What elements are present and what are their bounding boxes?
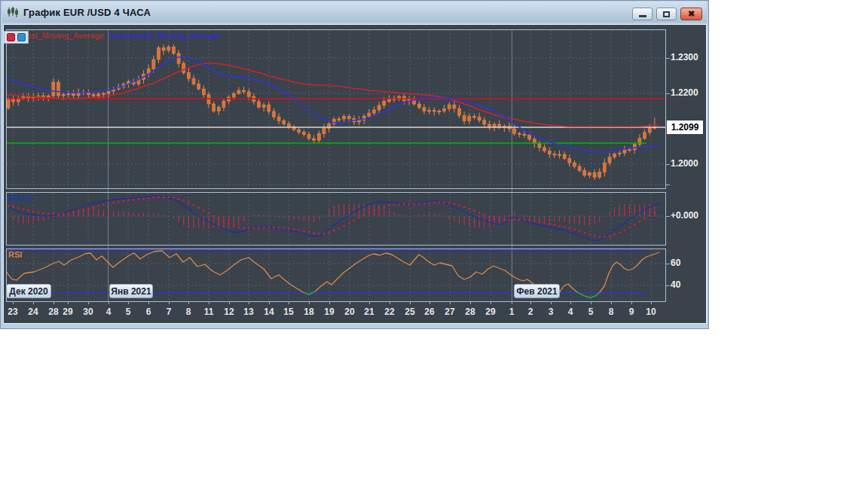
macd-zero-label: +0.000 xyxy=(671,210,698,221)
x-axis-tick xyxy=(53,301,54,304)
x-axis-label: 25 xyxy=(400,307,420,318)
indicator-mini-toolbar xyxy=(4,31,29,44)
x-axis-label: 5 xyxy=(118,307,138,318)
x-axis-tick xyxy=(512,301,512,304)
x-axis-tick xyxy=(350,301,350,304)
price-axis-tick xyxy=(666,164,670,165)
price-axis-tick xyxy=(666,58,670,59)
month-box-feb-2021[interactable]: Фев 2021 xyxy=(514,284,560,298)
window-title: График EUR /USD 4 ЧАСА xyxy=(23,7,151,18)
rsi-level-40-label: 40 xyxy=(671,279,680,290)
price-chart-canvas[interactable] xyxy=(6,29,666,189)
x-axis-label: 6 xyxy=(139,307,158,318)
window-controls: ✖ xyxy=(632,8,702,20)
x-axis-tick xyxy=(329,301,330,304)
x-axis-tick xyxy=(148,301,149,304)
x-axis-label: 29 xyxy=(58,307,78,318)
x-axis-tick xyxy=(530,301,531,304)
x-axis-label: 22 xyxy=(380,307,399,318)
x-axis-label: 30 xyxy=(78,307,98,318)
price-axis-tick xyxy=(666,285,670,286)
x-axis-label: 7 xyxy=(159,307,179,318)
macd-label: MACD xyxy=(8,194,33,203)
x-axis-tick xyxy=(108,301,109,304)
price-axis-label: 1.2200 xyxy=(671,87,698,98)
x-axis-label: 2 xyxy=(521,307,540,318)
x-axis-tick xyxy=(309,301,310,304)
price-axis-tick xyxy=(666,185,670,185)
rsi-label: RSI xyxy=(8,250,22,259)
app-icon xyxy=(7,6,19,18)
desktop: { "window": { "title": "График EUR /USD … xyxy=(0,0,868,488)
x-axis-label: 20 xyxy=(340,307,359,318)
x-axis-label: 29 xyxy=(481,307,500,318)
legend-red-ma: Exponential_Moving_Average xyxy=(27,31,121,40)
x-axis-tick xyxy=(188,301,189,304)
x-axis-tick xyxy=(13,301,14,304)
x-axis-label: 18 xyxy=(299,307,319,318)
x-axis-label: 23 xyxy=(3,307,23,318)
rsi-level-60-label: 60 xyxy=(671,258,680,268)
x-axis-label: 5 xyxy=(581,307,601,318)
rsi-chart-canvas[interactable] xyxy=(6,249,666,302)
x-axis-label: 27 xyxy=(440,307,460,318)
x-axis-tick xyxy=(591,301,591,304)
x-axis-tick xyxy=(631,301,632,304)
legend-blue-ema: Exponential_Moving_Average xyxy=(110,31,220,40)
x-axis-tick xyxy=(269,301,270,304)
x-axis-tick xyxy=(229,301,230,304)
minimize-button[interactable] xyxy=(632,8,653,20)
x-axis-tick xyxy=(289,301,289,304)
x-axis-label: 24 xyxy=(23,307,43,318)
blue-square-button[interactable] xyxy=(17,33,26,41)
close-button[interactable]: ✖ xyxy=(680,8,702,20)
month-box-dec-2020[interactable]: Дек 2020 xyxy=(6,284,51,298)
x-axis-tick xyxy=(491,301,491,304)
x-axis-tick xyxy=(651,301,652,304)
minimize-icon xyxy=(639,15,646,17)
price-axis-label: 1.2300 xyxy=(671,52,698,63)
x-axis-label: 28 xyxy=(460,307,480,318)
x-axis-tick xyxy=(470,301,471,304)
x-axis-label: 19 xyxy=(319,307,339,318)
x-axis-label: 3 xyxy=(541,307,561,318)
x-axis-tick xyxy=(249,301,249,304)
x-axis-label: 4 xyxy=(561,307,580,318)
restore-icon xyxy=(663,11,670,17)
x-axis-tick xyxy=(410,301,411,304)
x-axis-tick xyxy=(429,301,430,304)
x-axis-label: 14 xyxy=(259,307,279,318)
x-axis-tick xyxy=(169,301,170,304)
current-price-box: 1.2099 xyxy=(667,120,703,134)
x-axis-label: 11 xyxy=(199,307,219,318)
x-axis-label: 9 xyxy=(622,307,641,318)
month-box-jan-2021[interactable]: Янв 2021 xyxy=(109,284,153,298)
x-axis-tick xyxy=(128,301,129,304)
x-axis-label: 13 xyxy=(239,307,258,318)
x-axis-label: 26 xyxy=(420,307,439,318)
x-axis-tick xyxy=(551,301,552,304)
x-axis-tick xyxy=(369,301,370,304)
x-axis-label: 1 xyxy=(502,307,521,318)
price-axis-label: 1.2000 xyxy=(671,158,698,169)
x-axis-label: 15 xyxy=(279,307,298,318)
x-axis-label: 12 xyxy=(219,307,239,318)
title-bar[interactable]: График EUR /USD 4 ЧАСА xyxy=(2,2,707,23)
x-axis-label: 21 xyxy=(359,307,379,318)
x-axis-tick xyxy=(68,301,69,304)
x-axis-tick xyxy=(390,301,390,304)
x-axis-tick xyxy=(88,301,89,304)
x-axis-tick xyxy=(570,301,571,304)
red-square-button[interactable] xyxy=(7,33,15,41)
x-axis-label: 4 xyxy=(99,307,118,318)
restore-button[interactable] xyxy=(656,8,677,20)
price-axis-tick xyxy=(666,264,670,264)
x-axis-tick xyxy=(450,301,451,304)
x-axis-label: 8 xyxy=(179,307,198,318)
x-axis-label: 8 xyxy=(601,307,621,318)
x-axis-tick xyxy=(611,301,612,304)
x-axis-tick xyxy=(209,301,209,304)
close-icon: ✖ xyxy=(688,10,695,18)
macd-chart-canvas[interactable] xyxy=(6,192,666,246)
price-axis-tick xyxy=(666,93,670,94)
